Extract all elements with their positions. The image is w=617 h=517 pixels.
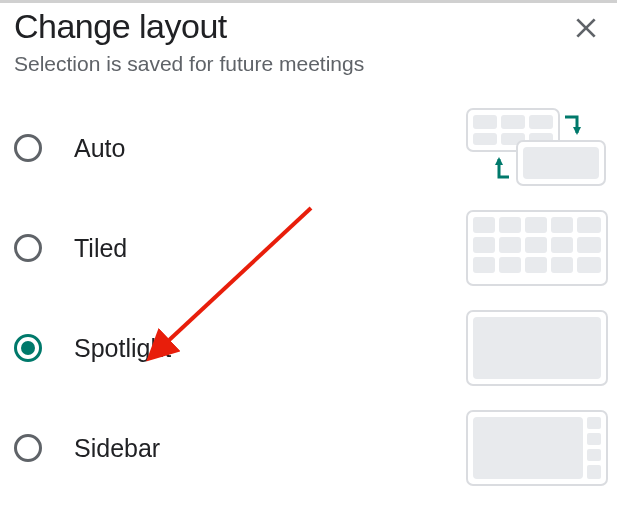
- layout-option-auto[interactable]: Auto: [14, 98, 609, 198]
- preview-sidebar-icon: [465, 409, 609, 487]
- preview-spotlight-icon: [465, 309, 609, 387]
- radio-spotlight[interactable]: [14, 334, 42, 362]
- svg-rect-28: [577, 257, 601, 273]
- radio-tiled[interactable]: [14, 234, 42, 262]
- radio-auto[interactable]: [14, 134, 42, 162]
- layout-option-spotlight[interactable]: Spotlight: [14, 298, 609, 398]
- svg-rect-34: [587, 433, 601, 445]
- svg-rect-32: [473, 417, 583, 479]
- preview-tiled-icon: [465, 209, 609, 287]
- svg-rect-24: [473, 257, 495, 273]
- svg-rect-21: [525, 237, 547, 253]
- svg-rect-3: [473, 115, 497, 129]
- option-label: Spotlight: [74, 334, 171, 363]
- layout-option-tiled[interactable]: Tiled: [14, 198, 609, 298]
- svg-rect-30: [473, 317, 601, 379]
- layout-option-sidebar[interactable]: Sidebar: [14, 398, 609, 498]
- svg-rect-16: [525, 217, 547, 233]
- svg-rect-18: [577, 217, 601, 233]
- close-button[interactable]: [569, 11, 603, 45]
- option-label: Auto: [74, 134, 125, 163]
- preview-auto-icon: [465, 107, 609, 189]
- svg-rect-20: [499, 237, 521, 253]
- svg-rect-14: [473, 217, 495, 233]
- svg-rect-17: [551, 217, 573, 233]
- svg-rect-27: [551, 257, 573, 273]
- radio-sidebar[interactable]: [14, 434, 42, 462]
- svg-rect-4: [501, 115, 525, 129]
- svg-rect-26: [525, 257, 547, 273]
- layout-options-list: Auto: [0, 98, 617, 498]
- svg-marker-11: [573, 127, 581, 135]
- option-label: Tiled: [74, 234, 127, 263]
- dialog-header: Change layout: [0, 3, 617, 46]
- svg-rect-22: [551, 237, 573, 253]
- svg-rect-33: [587, 417, 601, 429]
- svg-rect-36: [587, 465, 601, 479]
- svg-rect-15: [499, 217, 521, 233]
- dialog-subtitle: Selection is saved for future meetings: [0, 46, 617, 98]
- svg-rect-6: [473, 133, 497, 145]
- option-label: Sidebar: [74, 434, 160, 463]
- dialog-title: Change layout: [14, 7, 227, 46]
- svg-rect-23: [577, 237, 601, 253]
- svg-rect-5: [529, 115, 553, 129]
- svg-rect-19: [473, 237, 495, 253]
- svg-marker-12: [495, 157, 503, 165]
- svg-rect-25: [499, 257, 521, 273]
- svg-rect-35: [587, 449, 601, 461]
- change-layout-dialog: Change layout Selection is saved for fut…: [0, 0, 617, 498]
- close-icon: [573, 15, 599, 41]
- svg-rect-10: [523, 147, 599, 179]
